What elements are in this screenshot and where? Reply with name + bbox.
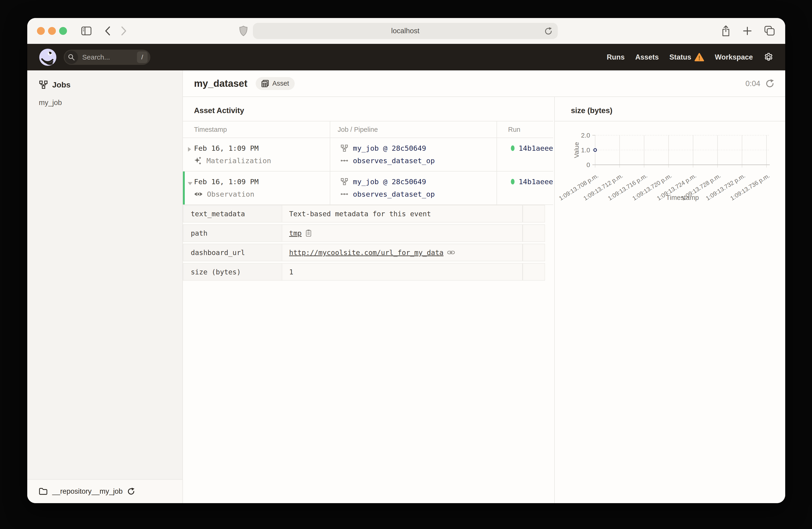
metadata-value: 1 [289,268,293,276]
dagster-logo-icon[interactable] [39,48,57,66]
run-status-dot [511,179,514,185]
sidebar-toggle-icon[interactable] [81,27,91,35]
search-icon [65,50,78,64]
timer-value: 0:04 [745,79,760,88]
search-shortcut-key: / [137,52,148,63]
asset-activity-panel: Asset Activity Timestamp Job / Pipeline … [183,97,554,503]
col-run: Run [496,121,553,137]
svg-text:Timestamp: Timestamp [666,194,699,201]
settings-gear-icon[interactable] [764,52,774,62]
reload-icon[interactable] [544,27,553,35]
job-link[interactable]: my_job @ 28c50649 [353,144,426,152]
metadata-plot-panel: size (bytes) 01.02.01:09:13.708 p.m.1:09… [554,97,785,503]
svg-text:0: 0 [586,161,590,168]
nav-runs[interactable]: Runs [607,53,625,61]
metadata-row: size (bytes) 1 [183,263,545,281]
event-type: Materialization [206,157,271,165]
asset-activity-table: Timestamp Job / Pipeline Run Feb 16, 1:0… [183,121,553,205]
sidebar-item-my-job[interactable]: my_job [27,89,183,107]
run-status-dot [511,145,514,151]
activity-title: Asset Activity [183,97,554,121]
asset-badge: Asset [256,77,295,90]
event-type: Observation [207,190,254,198]
metadata-key: dashboard_url [183,244,282,261]
metadata-row: text_metadata Text-based metadata for th… [183,205,545,222]
chart-title: size (bytes) [555,97,785,121]
repository-reload-icon[interactable] [127,487,135,496]
event-timestamp: Feb 16, 1:09 PM [194,177,330,186]
caret-right-icon[interactable] [187,146,192,152]
left-sidebar: Jobs my_job __repository__my_job [27,70,183,503]
jobs-icon [39,80,48,89]
event-timestamp: Feb 16, 1:09 PM [194,144,330,152]
browser-window: localhost [27,18,785,503]
warning-icon [694,53,704,62]
col-job-pipeline: Job / Pipeline [330,121,496,137]
svg-text:2.0: 2.0 [581,132,590,139]
refresh-timer: 0:04 [745,79,774,88]
materialization-icon [194,157,202,165]
repository-name: __repository__my_job [52,487,122,496]
nav-assets[interactable]: Assets [635,53,659,61]
back-icon[interactable] [104,26,111,36]
activity-table-header: Timestamp Job / Pipeline Run [183,121,553,138]
run-id-link[interactable]: 14b1aeee [519,144,553,152]
search-input[interactable]: Search... / [64,49,150,65]
search-placeholder: Search... [82,53,110,61]
share-icon[interactable] [721,25,731,37]
asset-badge-icon [261,79,269,87]
app-header: Search... / Runs Assets Status Workspace [27,44,785,70]
jobs-section-title: Jobs [52,80,70,89]
run-id-link[interactable]: 14b1aeee [519,177,553,186]
metadata-row: dashboard_url http://mycoolsite.com/url_… [183,244,545,261]
folder-icon [39,488,47,495]
traffic-lights [37,27,70,35]
metadata-key: path [183,224,282,242]
forward-icon[interactable] [121,26,127,36]
address-bar-url: localhost [391,27,419,35]
observation-eye-icon [194,191,203,197]
copy-icon[interactable] [305,229,312,237]
table-row[interactable]: Feb 16, 1:09 PM Materialization my_job @… [183,138,553,172]
svg-text:Value: Value [573,142,580,158]
jobs-section-header: Jobs [27,70,183,89]
op-link[interactable]: observes_dataset_op [353,190,435,198]
address-bar[interactable]: localhost [253,23,558,39]
asset-badge-label: Asset [272,79,289,87]
metadata-row: path tmp [183,224,545,242]
svg-text:1:09:13.708 p.m.: 1:09:13.708 p.m. [558,172,599,202]
repository-footer[interactable]: __repository__my_job [27,479,183,503]
path-link[interactable]: tmp [289,229,302,237]
asset-title-bar: my_dataset Asset 0:04 [183,70,785,97]
browser-toolbar: localhost [27,18,785,44]
size-bytes-chart: 01.02.01:09:13.708 p.m.1:09:13.712 p.m.1… [555,121,785,214]
job-link[interactable]: my_job @ 28c50649 [353,177,426,186]
col-timestamp: Timestamp [183,126,330,133]
page-title: my_dataset [194,78,247,89]
op-icon [340,192,348,196]
op-icon [340,159,348,163]
table-row[interactable]: Feb 16, 1:09 PM Observation my_job @ 28c… [183,172,553,205]
privacy-shield-icon [239,26,248,36]
svg-text:1.0: 1.0 [581,147,590,154]
tabs-overview-icon[interactable] [764,26,775,36]
link-icon [447,250,455,255]
nav-status[interactable]: Status [669,53,704,62]
job-fork-icon [340,178,348,186]
caret-down-icon[interactable] [187,181,193,186]
job-fork-icon [340,144,348,152]
op-link[interactable]: observes_dataset_op [353,157,435,165]
header-nav: Runs Assets Status Workspace [607,52,774,62]
nav-workspace[interactable]: Workspace [715,53,753,61]
metadata-key: size (bytes) [183,263,282,281]
close-window-button[interactable] [37,27,45,35]
zoom-window-button[interactable] [59,27,67,35]
dashboard-url-link[interactable]: http://mycoolsite.com/url_for_my_data [289,249,444,256]
metadata-value: Text-based metadata for this event [289,210,431,218]
event-metadata-table: text_metadata Text-based metadata for th… [183,205,545,281]
timer-refresh-icon[interactable] [765,79,774,88]
minimize-window-button[interactable] [48,27,56,35]
new-tab-icon[interactable] [743,26,752,35]
metadata-key: text_metadata [183,205,282,222]
